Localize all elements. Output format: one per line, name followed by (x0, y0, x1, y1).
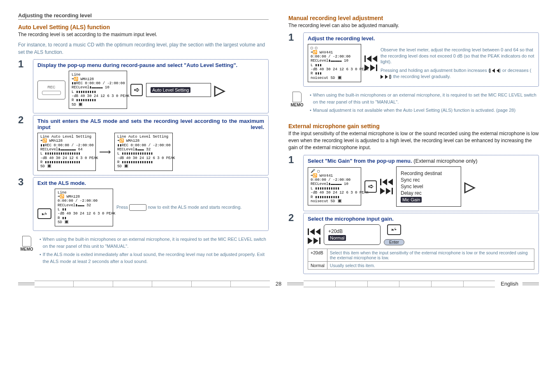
als-heading: Auto Level Setting (ALS) function (18, 24, 269, 30)
skip-back-icon (380, 179, 393, 185)
lcd-line: 0:00:00 / -2:00:00 (311, 55, 358, 59)
ext-heading: External microphone gain setting (288, 123, 539, 129)
lcd-line: 0:00:00 / -2:00:00 (58, 199, 110, 203)
skip-back-icon (308, 228, 320, 235)
lcd-line: RECLevel▮▬▬▬▬▬ 10 (311, 59, 358, 63)
note-text: Press (116, 205, 129, 210)
memo-label: MEMO (290, 103, 303, 107)
step-number: 2 (18, 115, 28, 175)
right-arrow-button-icon: ➪ (130, 84, 143, 96)
lcd-line: Line (72, 73, 124, 77)
lcd-screen: Line Auto Level Setting ➜🔂 WMA128 ▮▮REC … (114, 133, 173, 171)
step2-title: This unit enters the ALS mode and sets t… (37, 118, 264, 130)
memo-icon: MEMO (18, 236, 35, 251)
step-number: 3 (18, 177, 28, 231)
menu-item-selected: Auto Level Setting (151, 87, 190, 93)
play-pause-button-icon: ▸⁄▪ (387, 224, 401, 235)
lcd-line: 🎤 ▢ (311, 169, 358, 173)
lcd-line: L ▮▮▮▮▮▮▮▮▮ (72, 90, 124, 94)
gain-cell-label: +20dB (308, 249, 327, 261)
title-strong: Select "Mic Gain" from the pop-up menu. (308, 158, 412, 164)
lcd-line: ➜🔂 WAV441 (311, 174, 358, 178)
lcd-line: L ▮▮ (58, 208, 110, 212)
nav-button-group (308, 228, 320, 244)
skip-fwd-icon (380, 188, 393, 194)
popup-menu: Recording destinat Sync rec Sync level D… (396, 166, 461, 207)
rec-pause-chip-icon (129, 204, 146, 211)
step1-title: Display the pop-up menu during record-pa… (37, 62, 264, 68)
manual-desc1: Observe the level meter, adjust the reco… (381, 47, 534, 65)
rec-label: REC (47, 85, 55, 89)
lcd-line: ➜🔂 WAV441 (311, 51, 358, 55)
table-row: +20dB Select this item when the input se… (308, 249, 534, 261)
lcd-screen: 🎤 ▢ ➜🔂 WAV441 0:00:00 / -2:00:00 RECLeve… (308, 167, 361, 205)
nav-button-group (380, 179, 393, 194)
lcd-line: R ▮▮ (58, 216, 110, 220)
als-line2: For instance, to record a music CD with … (18, 42, 269, 56)
lcd-line: L ▮▮▮▮▮▮▮▮▮▮▮ (311, 187, 358, 191)
lcd-line: 0:00:00 / -2:00:00 (311, 178, 358, 182)
lcd-line: Line Auto Level Setting (117, 135, 170, 139)
memo-bullet: Manual adjustment is not available when … (313, 107, 515, 114)
lcd-line: SD 🔳 (72, 103, 124, 107)
manual-step1-title: Adjust the recording level. (308, 35, 534, 42)
lcd-line: ▮▮REC 0:00:00 / -2:00:00 (72, 81, 124, 85)
lcd-screen: Line Auto Level Setting ➜🔂 WMA128 ▮▮REC … (37, 133, 96, 171)
menu-item: Sync level (400, 183, 457, 190)
popup-menu: Auto Level Setting (146, 83, 211, 97)
gain-option-box: +20dB Normal (324, 224, 381, 245)
lcd-screen: Line ➜🔂 WMA128 ▮▮REC 0:00:00 / -2:00:00 … (69, 71, 127, 109)
gain-table: +20dB Select this item when the input se… (308, 249, 534, 270)
ext-step1-title: Select "Mic Gain" from the pop-up menu. … (308, 158, 534, 164)
table-row: Normal Usually select this item. (308, 261, 534, 269)
memo-icon: MEMO (288, 92, 306, 107)
lcd-line: noisecut SD 🔳 (311, 76, 358, 80)
gain-cell-desc: Usually select this item. (327, 261, 534, 269)
nav-button-group (364, 55, 377, 71)
memo-block: MEMO •When using the built-in microphone… (18, 236, 269, 266)
skip-back-icon (364, 55, 377, 62)
ext-intro: If the input sensitivity of the external… (288, 130, 539, 152)
lcd-line: RECLevel▮▬▬▬▬▬▬▬ 64 (40, 148, 93, 152)
lcd-line: R ▮▮▮▮▮▮▮▮▮▮▮▮▮▮▮▮ (40, 160, 93, 164)
lcd-line: SD 🔳 (117, 164, 170, 168)
lcd-line: -dB 40 30 24 12 6 3 0 PEAK (311, 67, 358, 71)
lcd-line: ▢ ▢ (311, 46, 358, 50)
lcd-line: R ▮▮▮ (311, 71, 358, 76)
memo-label: MEMO (20, 247, 33, 251)
skip-fwd-icon (381, 75, 390, 79)
lcd-line: SD 🔳 (58, 220, 110, 224)
skip-back-icon (490, 69, 499, 73)
page-footer: 28 English (0, 278, 557, 294)
step-number: 1 (18, 59, 28, 113)
manual-heading: Manual recording level adjustment (288, 15, 539, 21)
lcd-line: L ▮▮▮▮▮▮▮▮▮▮▮▮▮▮▮▮ (40, 152, 93, 156)
memo-bullet: When using the built-in microphones or a… (43, 236, 269, 249)
arrow-right-icon: ⟶ (99, 147, 111, 157)
skip-fwd-icon (364, 65, 377, 71)
rec-slot (42, 91, 61, 95)
manual-intro: The recording level can also be adjusted… (288, 22, 539, 29)
lcd-line: L ▮▮▮▮▮▮▮▮▮▮▮▮▮▮ (117, 152, 170, 156)
lcd-line: RECLevel▮▬▬▬▬▬ 10 (72, 85, 124, 90)
lcd-line: ➜🔂 WMA128 (117, 139, 170, 143)
menu-item: Sync rec (400, 177, 457, 183)
title-paren: (External microphone only) (412, 158, 478, 164)
page-number: 28 (276, 281, 281, 287)
lcd-line: SD 🔳 (40, 164, 93, 168)
chevron-right-icon: ▷ (214, 82, 225, 98)
lcd-line: -dB 40 30 24 12 6 3 0 PEAK (58, 212, 110, 216)
gain-cell-desc: Select this item when the input sensitiv… (327, 249, 534, 261)
gain-option-selected: Normal (328, 235, 346, 241)
lcd-line: RECLevel▮▬▬▬ 32 (58, 203, 110, 208)
menu-item: Delay rec (400, 190, 457, 196)
manual-desc2: Pressing and holding an adjustment butto… (381, 67, 534, 80)
lcd-line: RECLevel▮▬▬▬▬▬ 10 (311, 182, 358, 186)
memo-bullet: If the ALS mode is exited immediately af… (43, 251, 269, 265)
section-header: Adjusting the recording level (18, 12, 269, 20)
note-text: now to exit the ALS mode and starts reco… (146, 205, 241, 210)
lcd-line: RECLevel▮▬▬▬ 32 (117, 148, 170, 152)
page-language: English (501, 281, 518, 287)
step-number: 1 (288, 155, 298, 211)
step-number: 2 (288, 213, 298, 274)
